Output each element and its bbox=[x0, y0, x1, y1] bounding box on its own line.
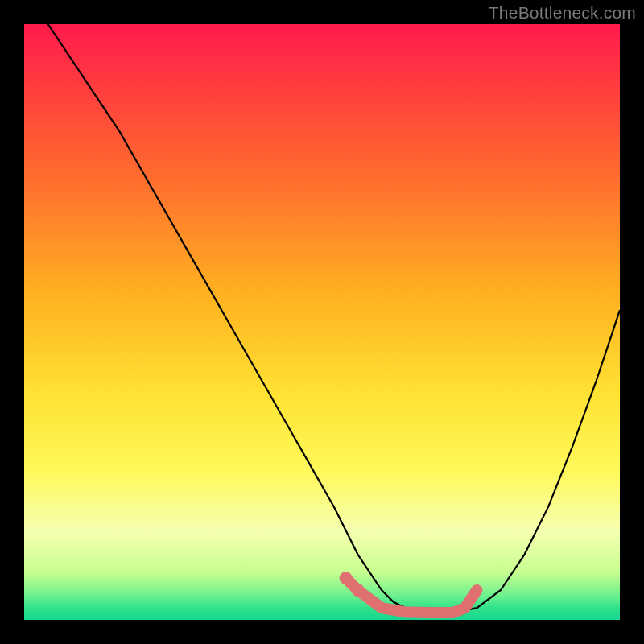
plot-area bbox=[24, 24, 620, 620]
optimal-range-line bbox=[346, 578, 477, 613]
curve-layer bbox=[24, 24, 620, 620]
chart-frame: TheBottleneck.com bbox=[0, 0, 644, 644]
optimal-range-dot bbox=[351, 584, 364, 597]
bottleneck-curve bbox=[48, 24, 620, 613]
optimal-range-highlight bbox=[340, 572, 477, 613]
watermark-text: TheBottleneck.com bbox=[489, 3, 636, 23]
optimal-range-dot bbox=[340, 572, 353, 584]
